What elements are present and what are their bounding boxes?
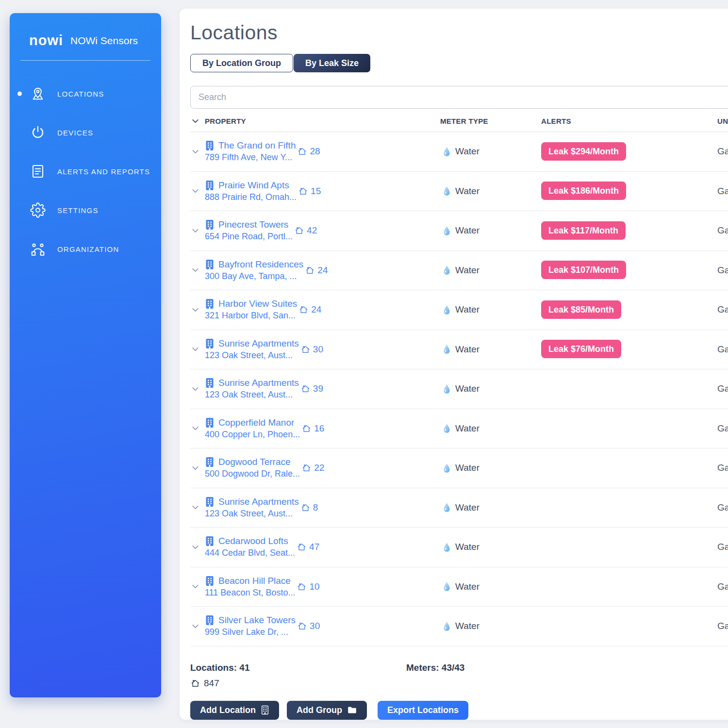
building-icon [261,705,269,715]
row-expand-chevron-icon[interactable] [191,385,199,393]
sidebar-item-organization[interactable]: ORGANIZATION [10,230,161,268]
property-address-link[interactable]: 888 Prairie Rd, Omah... [205,192,297,202]
units-cell: Ga [717,423,728,434]
property-address-link[interactable]: 789 Fifth Ave, New Y... [205,152,296,163]
tab-by-location-group[interactable]: By Location Group [190,54,293,72]
water-droplet-icon [443,463,450,473]
property-name-link[interactable]: The Grand on Fifth [205,140,296,151]
table-row: Harbor View Suites 321 Harbor Blvd, San.… [190,290,728,330]
house-icon [297,542,307,552]
property-address-link[interactable]: 444 Cedar Blvd, Seat... [205,548,295,558]
unit-count: 10 [297,581,319,592]
unit-count-value: 42 [307,225,317,236]
row-expand-chevron-icon[interactable] [191,543,199,551]
row-expand-chevron-icon[interactable] [191,266,199,274]
summary-stats: Locations: 41 847 Meters: 43/43 [190,662,728,689]
column-header-alerts: ALERTS [541,117,717,125]
sort-chevron-down-icon[interactable] [191,117,199,125]
tab-by-leak-size[interactable]: By Leak Size [294,54,370,72]
house-icon [300,503,311,513]
unit-count-value: 24 [311,304,321,315]
property-name-link[interactable]: Harbor View Suites [205,298,297,309]
property-address-link[interactable]: 654 Pine Road, Portl... [205,232,293,242]
building-icon [205,615,215,626]
property-cell: Sunrise Apartments 123 Oak Street, Aust.… [205,338,440,361]
row-expand-chevron-icon[interactable] [191,622,199,630]
water-droplet-icon [443,305,450,315]
property-name-text: Prairie Wind Apts [218,180,289,191]
sidebar-menu: LOCATIONS DEVICES ALERTS AND REPORTS [10,74,161,268]
property-name-link[interactable]: Pinecrest Towers [205,219,293,230]
add-group-button[interactable]: Add Group [287,701,367,720]
homes-total-value: 847 [204,678,219,689]
property-address-link[interactable]: 123 Oak Street, Aust... [205,390,299,400]
property-address-link[interactable]: 300 Bay Ave, Tampa, ... [205,271,303,281]
row-expand-chevron-icon[interactable] [191,148,199,156]
power-icon [30,125,46,140]
meter-type-cell: Water [443,463,541,473]
units-cell: Ga [717,502,728,513]
property-address-link[interactable]: 321 Harbor Blvd, San... [205,311,297,321]
water-droplet-icon [443,384,450,394]
unit-count: 30 [300,344,323,355]
app-name: NOWi Sensors [70,35,138,47]
property-address-link[interactable]: 400 Copper Ln, Phoen... [205,430,300,440]
meter-type-cell: Water [443,265,541,276]
nowi-logo: nowi [29,33,63,49]
property-name-link[interactable]: Prairie Wind Apts [205,180,297,191]
water-droplet-icon [443,226,450,236]
property-name-link[interactable]: Cedarwood Lofts [205,536,295,546]
property-name-link[interactable]: Copperfield Manor [205,417,300,428]
property-address-link[interactable]: 999 Silver Lake Dr, ... [205,627,296,637]
property-cell: Cedarwood Lofts 444 Cedar Blvd, Seat... … [205,536,440,558]
house-icon [297,582,307,592]
property-cell: The Grand on Fifth 789 Fifth Ave, New Y.… [205,140,440,163]
export-locations-button[interactable]: Export Locations [378,701,468,720]
property-cell: Harbor View Suites 321 Harbor Blvd, San.… [205,298,440,321]
unit-count-value: 15 [311,186,321,197]
table-row: Cedarwood Lofts 444 Cedar Blvd, Seat... … [190,528,728,567]
property-name-link[interactable]: Sunrise Apartments [205,338,299,349]
table-row: Sunrise Apartments 123 Oak Street, Aust.… [190,330,728,370]
row-expand-chevron-icon[interactable] [191,187,199,195]
property-address-link[interactable]: 123 Oak Street, Aust... [205,509,299,519]
row-expand-chevron-icon[interactable] [191,345,199,353]
sidebar-item-locations[interactable]: LOCATIONS [10,74,161,113]
sidebar-item-settings[interactable]: SETTINGS [10,191,161,230]
sidebar-item-alerts-and-reports[interactable]: ALERTS AND REPORTS [10,152,161,191]
property-address-link[interactable]: 123 Oak Street, Aust... [205,350,299,361]
property-name-link[interactable]: Beacon Hill Place [205,576,295,586]
row-expand-chevron-icon[interactable] [191,424,199,432]
property-name-link[interactable]: Sunrise Apartments [205,496,299,507]
unit-count: 30 [297,621,320,631]
building-icon [205,417,215,428]
row-expand-chevron-icon[interactable] [191,582,199,591]
property-name-text: Copperfield Manor [218,417,294,428]
property-cell: Bayfront Residences 300 Bay Ave, Tampa, … [205,259,440,281]
leak-alert-badge: Leak $76/Month [541,340,621,358]
house-icon [190,678,200,688]
alerts-cell: Leak $186/Month [541,186,717,196]
sidebar-item-devices[interactable]: DEVICES [10,113,161,152]
alerts-cell: Leak $85/Month [541,305,717,315]
property-name-link[interactable]: Bayfront Residences [205,259,303,270]
meter-type-text: Water [455,265,480,276]
property-address-link[interactable]: 111 Beacon St, Bosto... [205,588,295,598]
property-name-link[interactable]: Silver Lake Towers [205,615,296,626]
property-name-link[interactable]: Sunrise Apartments [205,378,299,388]
column-header-property: PROPERTY [205,117,246,125]
water-droplet-icon [443,542,450,552]
unit-count: 15 [298,186,321,197]
search-input[interactable] [190,86,728,109]
row-expand-chevron-icon[interactable] [191,503,199,512]
unit-count-value: 28 [310,146,320,157]
row-expand-chevron-icon[interactable] [191,464,199,472]
row-expand-chevron-icon[interactable] [191,306,199,314]
table-row: Prairie Wind Apts 888 Prairie Rd, Omah..… [190,172,728,212]
property-cell: Sunrise Apartments 123 Oak Street, Aust.… [205,496,440,519]
add-location-button[interactable]: Add Location [190,701,279,720]
network-icon [30,241,46,257]
property-name-link[interactable]: Dogwood Terrace [205,457,300,467]
property-address-link[interactable]: 500 Dogwood Dr, Rale... [205,469,300,479]
row-expand-chevron-icon[interactable] [191,227,199,235]
